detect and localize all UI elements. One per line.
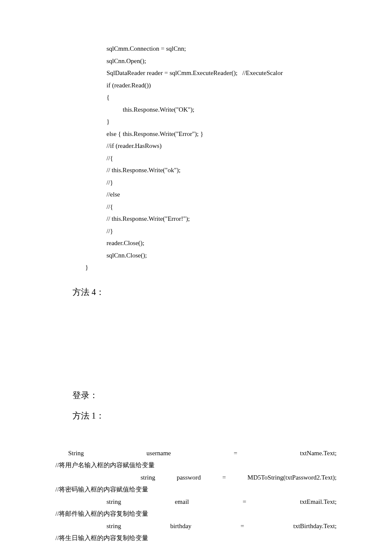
code-line: //} xyxy=(107,176,337,189)
code-token: String xyxy=(68,447,84,460)
code-comment: //将邮件输入框的内容复制给变量 xyxy=(55,508,337,520)
code-line: this.Response.Write("OK"); xyxy=(123,104,337,116)
code-token: = xyxy=(222,471,226,484)
code-line: //{ xyxy=(107,201,337,213)
code-line: sqlCnn.Open(); xyxy=(107,55,337,67)
code-line: else { this.Response.Write("Error"); } xyxy=(107,128,337,140)
spacer xyxy=(55,300,337,377)
code-token: = xyxy=(241,520,244,532)
code-token: string xyxy=(107,520,121,532)
code-comment: //将用户名输入框的内容赋值给变量 xyxy=(55,459,337,471)
heading-method-4: 方法 4： xyxy=(72,284,337,300)
code-line: reader.Close(); xyxy=(107,237,337,249)
code-token: = xyxy=(243,496,246,508)
code-token: email xyxy=(175,496,189,508)
code-text: SqlDataReader reader = sqlCmm.ExecuteRea… xyxy=(107,69,238,76)
code-block-1: sqlCmm.Connection = sqlCnn; sqlCnn.Open(… xyxy=(55,43,337,274)
code-comment: //将密码输入框的内容赋值给变量 xyxy=(55,483,337,496)
code-line: } xyxy=(85,261,337,274)
code-line: //if (reader.HasRows) xyxy=(107,140,337,152)
code-token: string xyxy=(107,496,121,508)
code-line: sqlCnn.Close(); xyxy=(107,249,337,262)
code-token: birthday xyxy=(170,520,191,532)
document-page: sqlCmm.Connection = sqlCnn; sqlCnn.Open(… xyxy=(0,0,392,555)
code-line: //{ xyxy=(107,152,337,165)
code-line: } xyxy=(107,116,337,128)
code-line: string email = txtEmail.Text; xyxy=(107,496,337,508)
code-token: txtEmail.Text; xyxy=(300,496,337,508)
code-line: // this.Response.Write("ok"); xyxy=(107,164,337,176)
code-comment: //ExecuteScalor xyxy=(242,69,283,76)
code-comment: //将生日输入框的内容复制给变量 xyxy=(55,532,337,544)
code-token: MD5ToString(txtPassword2.Text); xyxy=(248,471,337,484)
code-line: string birthday = txtBirthday.Text; xyxy=(107,520,337,532)
code-line: sqlCmm.Connection = sqlCnn; xyxy=(107,43,337,55)
code-line: String username = txtName.Text; xyxy=(68,447,337,460)
code-token: txtBirthday.Text; xyxy=(293,520,337,532)
code-line: // this.Response.Write("Error!"); xyxy=(107,213,337,225)
spacer xyxy=(55,424,337,447)
code-line: string password = MD5ToString(txtPasswor… xyxy=(141,471,337,484)
code-line: { xyxy=(107,91,337,104)
code-line: //else xyxy=(107,188,337,201)
code-line: //} xyxy=(107,225,337,237)
heading-login: 登录： xyxy=(72,387,337,403)
code-token: = xyxy=(233,447,237,460)
code-token: username xyxy=(147,447,171,460)
heading-method-1: 方法 1： xyxy=(72,408,337,424)
code-token: string xyxy=(141,471,155,484)
code-block-2: String username = txtName.Text; //将用户名输入… xyxy=(55,447,337,544)
code-line: if (reader.Read()) xyxy=(107,79,337,92)
code-token: txtName.Text; xyxy=(300,447,337,460)
code-line: SqlDataReader reader = sqlCmm.ExecuteRea… xyxy=(107,67,337,79)
code-token: password xyxy=(177,471,201,484)
